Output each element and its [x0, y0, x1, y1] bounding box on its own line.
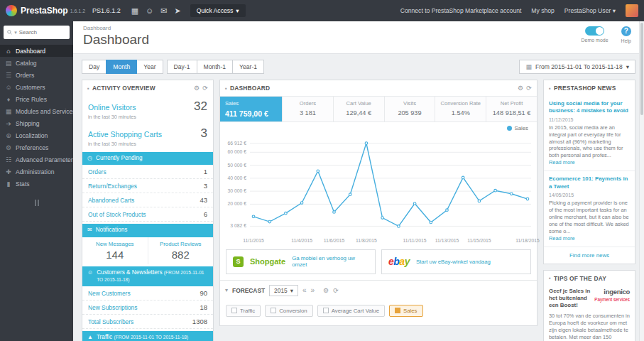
quick-access-menu[interactable]: Quick Access ▾: [190, 4, 246, 17]
module-promos: S Shopgate Ga mobiel en verhoog uw omzet…: [226, 249, 531, 274]
sidebar-item-modules-and-services[interactable]: ▦ Modules and Services: [0, 105, 73, 117]
cart-icon[interactable]: ▦: [131, 6, 138, 16]
range-button-month-1[interactable]: Month-1: [197, 60, 234, 74]
sidebar-collapse-button[interactable]: [32, 200, 42, 206]
search-input[interactable]: [19, 29, 66, 36]
marketplace-connect-link[interactable]: Connect to PrestaShop Marketplace accoun…: [400, 7, 522, 14]
sidebar-item-preferences[interactable]: ⚙ Preferences: [0, 141, 73, 153]
forecast-year-select[interactable]: 2015 ▾: [269, 285, 298, 296]
user-menu[interactable]: PrestaShop User ▾: [564, 7, 616, 14]
help-icon[interactable]: ?: [621, 26, 631, 36]
refresh-icon[interactable]: ⟳: [202, 85, 208, 92]
shopgate-link[interactable]: Ga mobiel en verhoog uw omzet: [292, 255, 369, 269]
avatar[interactable]: [626, 4, 638, 17]
customers-newsletters-header: ☺ Customers & Newsletters (FROM 2015-11-…: [82, 266, 213, 287]
ebay-promo[interactable]: ebay Start uw eBay-winkel vandaag: [381, 249, 531, 274]
active-carts-link[interactable]: Active Shopping Carts: [88, 130, 162, 139]
kpi-visits[interactable]: Visits 205 939: [385, 97, 436, 121]
page-header: Dashboard Dashboard Demo mode ? Help: [73, 21, 644, 54]
kpi-net-profit[interactable]: Net Profit 148 918,51 €: [486, 97, 537, 121]
stat-label[interactable]: Out of Stock Products: [88, 211, 146, 218]
rocket-icon[interactable]: ➤: [175, 6, 181, 16]
shopgate-logo-icon: S: [233, 256, 244, 267]
chart-plot[interactable]: [250, 134, 531, 234]
envelope-icon[interactable]: ✉: [160, 6, 167, 16]
kpi-label: Sales: [222, 100, 280, 107]
checkbox-icon: [231, 308, 237, 313]
stat-label[interactable]: Orders: [88, 168, 107, 175]
chart-legend[interactable]: Sales: [507, 125, 528, 131]
demo-mode-toggle[interactable]: [585, 26, 604, 36]
header-controls: Demo mode ? Help: [581, 26, 631, 43]
stat-row: Return/Exchanges 3: [82, 179, 213, 193]
x-axis-label: 11/15/2015: [467, 238, 491, 243]
read-more-link[interactable]: Read more: [549, 159, 575, 166]
online-visitors-block: Online Visitors 32 in the last 30 minute…: [82, 96, 213, 123]
sidebar-item-dashboard[interactable]: ⌂ Dashboard: [0, 45, 73, 57]
shopgate-promo[interactable]: S Shopgate Ga mobiel en verhoog uw omzet: [226, 249, 376, 274]
sidebar-item-customers[interactable]: ☺ Customers: [0, 81, 73, 93]
find-more-news-link[interactable]: Find more news: [544, 247, 635, 264]
range-button-year[interactable]: Year: [136, 60, 163, 74]
forecast-toggle-sales[interactable]: Sales: [389, 305, 423, 317]
stat-label[interactable]: New Subscriptions: [88, 304, 137, 311]
legend-dot-icon: [507, 126, 512, 131]
range-button-month[interactable]: Month: [106, 60, 137, 74]
stat-label[interactable]: New Customers: [88, 290, 131, 297]
stat-label[interactable]: Total Subscribers: [88, 318, 133, 325]
kpi-orders[interactable]: Orders 3 181: [283, 97, 334, 121]
scrollbar-thumb[interactable]: [640, 23, 643, 115]
refresh-icon[interactable]: ⟳: [526, 85, 532, 92]
scrollbar[interactable]: [639, 21, 644, 341]
topbar-right: Connect to PrestaShop Marketplace accoun…: [400, 4, 638, 17]
range-button-day-1[interactable]: Day-1: [167, 60, 197, 74]
sidebar-item-price-rules[interactable]: ♦ Price Rules: [0, 93, 73, 105]
ps-version-label: PS1.6.1.2: [92, 7, 121, 14]
gear-icon[interactable]: ⚙: [518, 85, 523, 92]
online-visitors-link[interactable]: Online Visitors: [88, 103, 136, 112]
forecast-toggle-average-cart-value[interactable]: Average Cart Value: [317, 305, 385, 317]
stat-label[interactable]: Abandoned Carts: [88, 197, 134, 204]
stat-row: Total Subscribers 1308: [82, 315, 213, 329]
read-more-link[interactable]: Read more: [549, 235, 575, 242]
advanced-parameters-icon: ☷: [5, 156, 12, 163]
notification-product-reviews[interactable]: Product Reviews 882: [148, 237, 214, 264]
next-year-icon[interactable]: »: [311, 286, 315, 294]
stat-label[interactable]: Return/Exchanges: [88, 183, 137, 190]
date-range-picker[interactable]: ▦ From 2015-11-01 To 2015-11-18 ▾: [519, 60, 635, 74]
person-icon[interactable]: ☺: [146, 6, 153, 15]
kpi-conversion-rate[interactable]: Conversion Rate 1.54%: [435, 97, 486, 121]
ebay-link[interactable]: Start uw eBay-winkel vandaag: [416, 259, 491, 265]
help-label: Help: [621, 38, 631, 43]
forecast-toggle-conversion[interactable]: Conversion: [265, 305, 312, 317]
article-title[interactable]: Ecommerce 101: Payments in a Tweet: [549, 175, 630, 190]
kpi-sales[interactable]: Sales 411 759,00 €: [220, 97, 283, 121]
y-axis-label: 40 000 €: [228, 175, 246, 180]
sidebar-search[interactable]: ▾: [4, 26, 70, 39]
my-shop-link[interactable]: My shop: [531, 7, 554, 14]
x-axis-label: 11/4/2015: [291, 238, 312, 243]
notification-new-messages[interactable]: New Messages 144: [82, 237, 148, 264]
article-title[interactable]: Using social media for your business: 4 …: [549, 100, 630, 115]
sidebar-item-orders[interactable]: ☰ Orders: [0, 69, 73, 81]
stat-row: Out of Stock Products 6: [82, 207, 213, 222]
forecast-toggle-label: Conversion: [279, 308, 307, 314]
sidebar-item-advanced-parameters[interactable]: ☷ Advanced Parameters: [0, 153, 73, 166]
range-button-day[interactable]: Day: [82, 60, 107, 74]
sidebar-item-shipping[interactable]: ➔ Shipping: [0, 117, 73, 129]
kpi-label: Net Profit: [489, 100, 535, 107]
gear-icon[interactable]: ⚙: [194, 85, 200, 92]
gear-icon[interactable]: ⚙: [323, 287, 329, 294]
sidebar-item-administration[interactable]: ✚ Administration: [0, 166, 73, 178]
kpi-cart-value[interactable]: Cart Value 129,44 €: [334, 97, 385, 121]
sidebar-item-stats[interactable]: ▮ Stats: [0, 178, 73, 190]
previous-year-icon[interactable]: «: [302, 286, 307, 294]
kpi-row: Sales 411 759,00 € Orders 3 181 Cart Val…: [220, 96, 537, 122]
ebay-logo: ebay: [388, 256, 410, 267]
refresh-icon[interactable]: ⟳: [333, 287, 339, 294]
forecast-toggle-traffic[interactable]: Traffic: [226, 305, 261, 317]
range-button-year-1[interactable]: Year-1: [232, 60, 264, 74]
sidebar-item-catalog[interactable]: ▤ Catalog: [0, 57, 73, 69]
sidebar-item-localization[interactable]: ⊕ Localization: [0, 129, 73, 141]
breadcrumb[interactable]: Dashboard: [83, 25, 634, 31]
